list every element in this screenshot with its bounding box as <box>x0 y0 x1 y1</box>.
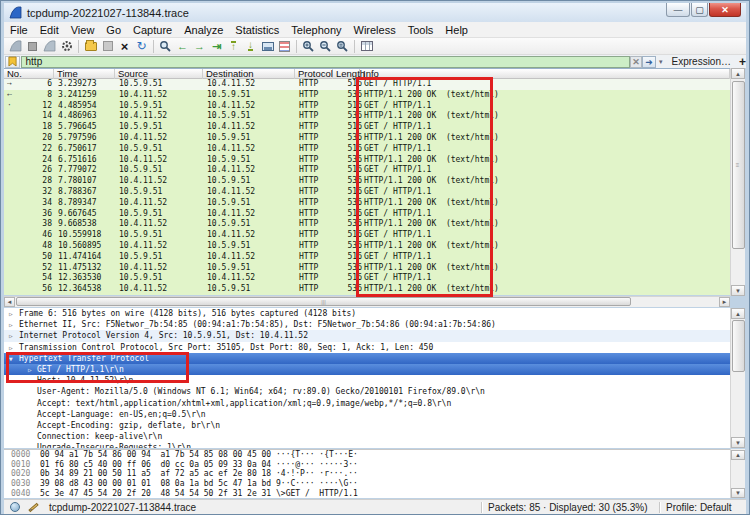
expander-open-icon[interactable]: ▼ <box>9 353 13 364</box>
zoom-out-icon[interactable] <box>317 39 334 54</box>
detail-row-0[interactable]: ▷Frame 6: 516 bytes on wire (4128 bits),… <box>4 308 730 319</box>
packet-row-52[interactable]: 5211.47513210.4.11.5210.5.9.51HTTP536HTT… <box>4 263 730 274</box>
filter-dropdown-caret[interactable]: ▾ <box>656 56 666 68</box>
hex-row-0040[interactable]: 00405c 3e 47 45 54 20 2f 20 48 54 54 50 … <box>4 489 730 498</box>
colorize-icon[interactable] <box>276 39 293 54</box>
packet-row-6[interactable]: ⇢63.23927310.5.9.5110.4.11.52HTTP516GET … <box>4 79 730 90</box>
detail-row-12[interactable]: Upgrade-Insecure-Requests: 1\r\n <box>4 442 730 448</box>
cell-info: GET / HTTP/1.1 <box>364 252 431 263</box>
detail-row-10[interactable]: Accept-Encoding: gzip, deflate, br\r\n <box>4 420 730 431</box>
auto-scroll-icon[interactable] <box>259 39 276 54</box>
save-file-icon[interactable] <box>99 39 116 54</box>
packet-list-vthumb[interactable]: ≡ <box>732 81 745 249</box>
expander-closed-icon[interactable]: ▷ <box>9 342 13 353</box>
zoom-in-icon[interactable] <box>300 39 317 54</box>
menu-go[interactable]: Go <box>100 23 127 37</box>
go-to-packet-icon[interactable]: ⇥ <box>208 39 225 54</box>
capture-comment-icon[interactable] <box>28 502 38 511</box>
packet-row-12[interactable]: ·124.48595410.5.9.5110.4.11.52HTTP516GET… <box>4 101 730 112</box>
filter-add-button[interactable]: + <box>739 55 746 69</box>
menu-analyze[interactable]: Analyze <box>178 23 229 37</box>
detail-row-6[interactable]: Host: 10.4.11.52\r\n <box>4 375 730 386</box>
filter-bookmark-button[interactable] <box>5 56 20 68</box>
packet-row-38[interactable]: 389.66853810.4.11.5210.5.9.51HTTP536HTTP… <box>4 219 730 230</box>
detail-row-8[interactable]: Accept: text/html,application/xhtml+xml,… <box>4 398 730 409</box>
packet-row-26[interactable]: 267.77907210.5.9.5110.4.11.52HTTP516GET … <box>4 165 730 176</box>
detail-row-3[interactable]: ▷Transmission Control Protocol, Src Port… <box>4 342 730 353</box>
stop-capture-icon[interactable] <box>24 39 41 54</box>
bytes-scroll-down-button[interactable]: ▼ <box>731 488 745 498</box>
open-file-icon[interactable] <box>82 39 99 54</box>
display-filter-input[interactable]: http <box>21 56 630 68</box>
status-profile[interactable]: Profile: Default <box>666 502 746 513</box>
bytes-scroll-up-button[interactable]: ▲ <box>731 450 745 460</box>
detail-row-7[interactable]: User-Agent: Mozilla/5.0 (Windows NT 6.1;… <box>4 386 730 397</box>
packet-row-14[interactable]: 144.48696310.4.11.5210.5.9.51HTTP536HTTP… <box>4 111 730 122</box>
hex-row-0000[interactable]: 000000 94 a1 7b 54 86 00 94 a1 7b 54 85 … <box>4 450 730 460</box>
menu-wireless[interactable]: Wireless <box>348 23 402 37</box>
expert-info-icon[interactable] <box>10 502 20 512</box>
details-vthumb[interactable] <box>732 320 745 372</box>
menu-tools[interactable]: Tools <box>402 23 440 37</box>
start-capture-icon[interactable] <box>7 39 24 54</box>
detail-row-4[interactable]: ▼Hypertext Transfer Protocol <box>4 353 730 364</box>
packet-row-20[interactable]: 205.79759610.4.11.5210.5.9.51HTTP536HTTP… <box>4 133 730 144</box>
close-button[interactable]: ✕ <box>709 3 741 17</box>
packet-row-54[interactable]: 5412.36353010.5.9.5110.4.11.52HTTP516GET… <box>4 273 730 284</box>
find-packet-icon[interactable] <box>157 39 174 54</box>
menu-help[interactable]: Help <box>439 23 474 37</box>
resize-columns-icon[interactable] <box>358 39 375 54</box>
packet-row-24[interactable]: 246.75161610.4.11.5210.5.9.51HTTP536HTTP… <box>4 155 730 166</box>
menu-capture[interactable]: Capture <box>127 23 178 37</box>
menu-telephony[interactable]: Telephony <box>285 23 347 37</box>
scroll-right-button[interactable]: ► <box>719 297 730 307</box>
hex-row-0030[interactable]: 003039 08 d8 43 00 00 01 01 08 0a 1a bd … <box>4 479 730 489</box>
zoom-reset-icon[interactable] <box>334 39 351 54</box>
packet-row-46[interactable]: 4610.55991810.5.9.5110.4.11.52HTTP516GET… <box>4 230 730 241</box>
maximize-button[interactable]: ▢ <box>691 3 708 17</box>
expander-closed-icon[interactable]: ▷ <box>9 308 13 319</box>
close-file-icon[interactable]: × <box>116 39 133 54</box>
packet-row-36[interactable]: 369.66764510.5.9.5110.4.11.52HTTP516GET … <box>4 209 730 220</box>
scroll-left-button[interactable]: ◄ <box>4 297 15 307</box>
minimize-button[interactable]: — <box>666 3 690 17</box>
packet-row-34[interactable]: 348.78934710.4.11.5210.5.9.51HTTP536HTTP… <box>4 198 730 209</box>
go-back-icon[interactable]: ← <box>174 39 191 54</box>
menu-edit[interactable]: Edit <box>34 23 65 37</box>
packet-row-22[interactable]: 226.75061710.5.9.5110.4.11.52HTTP516GET … <box>4 144 730 155</box>
go-bottom-icon[interactable]: ↓ <box>242 39 259 54</box>
packet-list-hthumb[interactable]: ||| <box>16 297 631 306</box>
hex-row-0010[interactable]: 001001 f6 80 c5 40 00 ff 06 d0 cc 0a 05 … <box>4 460 730 470</box>
restart-capture-icon[interactable] <box>41 39 58 54</box>
expander-closed-icon[interactable]: ▷ <box>9 319 13 330</box>
expander-closed-icon[interactable]: ▷ <box>9 330 13 341</box>
packet-row-56[interactable]: 5612.36453810.4.11.5210.5.9.51HTTP536HTT… <box>4 284 730 295</box>
detail-row-5[interactable]: ▷GET / HTTP/1.1\r\n <box>4 364 730 375</box>
packet-row-32[interactable]: 328.78836710.5.9.5110.4.11.52HTTP516GET … <box>4 187 730 198</box>
details-scroll-up-button[interactable]: ▲ <box>731 308 745 319</box>
expression-button[interactable]: Expression… <box>672 56 731 67</box>
packet-row-18[interactable]: 185.79664510.5.9.5110.4.11.52HTTP516GET … <box>4 122 730 133</box>
capture-options-icon[interactable] <box>58 39 75 54</box>
detail-row-2[interactable]: ▷Internet Protocol Version 4, Src: 10.5.… <box>4 330 730 341</box>
go-forward-icon[interactable]: → <box>191 39 208 54</box>
menu-view[interactable]: View <box>65 23 101 37</box>
detail-row-9[interactable]: Accept-Language: en-US,en;q=0.5\r\n <box>4 409 730 420</box>
filter-clear-button[interactable]: ✕ <box>630 56 643 68</box>
scroll-up-button[interactable]: ▲ <box>731 68 745 79</box>
packet-row-48[interactable]: 4810.56089510.4.11.5210.5.9.51HTTP536HTT… <box>4 241 730 252</box>
go-top-icon[interactable]: ↑ <box>225 39 242 54</box>
scroll-down-button[interactable]: ▼ <box>731 285 745 296</box>
reload-file-icon[interactable]: ↻ <box>133 39 150 54</box>
expander-closed-icon[interactable]: ▷ <box>28 364 32 375</box>
menu-file[interactable]: File <box>4 23 34 37</box>
details-scroll-down-button[interactable]: ▼ <box>731 437 745 448</box>
filter-apply-button[interactable]: ➜ <box>642 56 656 68</box>
packet-row-50[interactable]: 5011.47416410.5.9.5110.4.11.52HTTP516GET… <box>4 252 730 263</box>
packet-row-28[interactable]: 287.78010710.4.11.5210.5.9.51HTTP536HTTP… <box>4 176 730 187</box>
menu-statistics[interactable]: Statistics <box>229 23 285 37</box>
hex-row-0020[interactable]: 00200b 34 89 21 00 50 11 a5 af 72 a5 ac … <box>4 469 730 479</box>
detail-row-11[interactable]: Connection: keep-alive\r\n <box>4 431 730 442</box>
packet-row-8[interactable]: ⇠83.24125910.4.11.5210.5.9.51HTTP536HTTP… <box>4 90 730 101</box>
detail-row-1[interactable]: ▷Ethernet II, Src: F5Networ_7b:54:85 (00… <box>4 319 730 330</box>
